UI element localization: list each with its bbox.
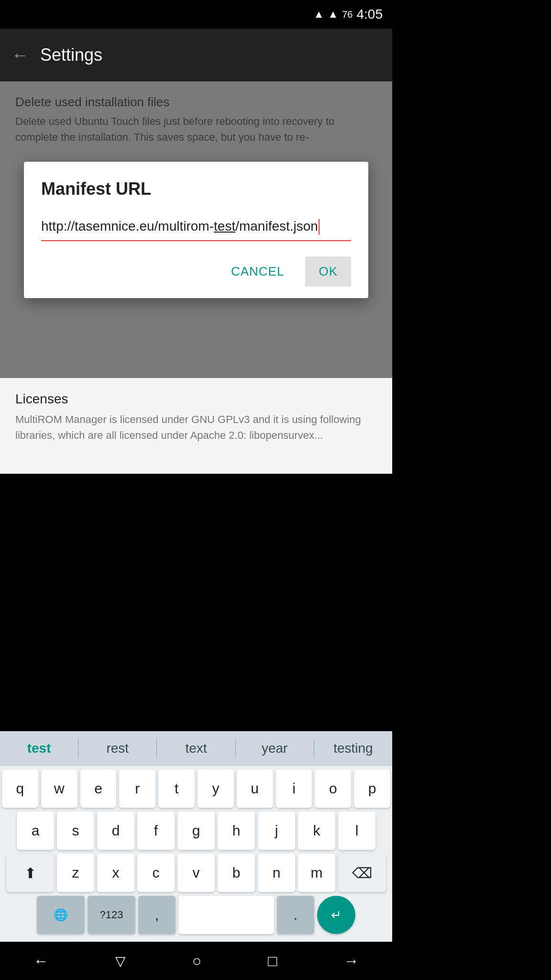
key-i[interactable]: i [276,769,312,808]
spacebar-key[interactable] [178,896,274,934]
suggestion-testing[interactable]: testing [314,735,392,762]
input-text-part1: http://tasemnice.eu/multirom- [41,219,214,234]
key-h[interactable]: h [218,812,255,850]
suggestion-test[interactable]: test [0,735,78,762]
key-u[interactable]: u [237,769,273,808]
ok-button[interactable]: OK [305,256,351,287]
manifest-url-dialog: Manifest URL http://tasemnice.eu/multiro… [24,162,368,298]
suggestion-year[interactable]: year [236,735,314,762]
key-row-1: q w e r t y u i o p [2,769,390,808]
word-suggestions-bar: test rest text year testing [0,731,392,766]
signal-icon: ▲ [328,8,338,21]
key-x[interactable]: x [97,854,134,892]
period-key[interactable]: . [277,896,314,934]
key-y[interactable]: y [198,769,234,808]
key-f[interactable]: f [137,812,175,850]
status-icons: ▲ ▲ 76 4:05 [314,7,383,22]
licenses-title: Licenses [15,391,377,407]
key-q[interactable]: q [2,769,38,808]
dialog-input-container: http://tasemnice.eu/multirom-test/manife… [41,212,351,241]
input-text-underline: test [214,219,235,234]
emoji-key[interactable]: 🌐 [37,896,85,934]
dialog-overlay: Manifest URL http://tasemnice.eu/multiro… [0,81,392,378]
backspace-key[interactable]: ⌫ [338,854,386,892]
licenses-description: MultiROM Manager is licensed under GNU G… [15,412,377,443]
key-row-4: 🌐 ?123 , . ↵ [2,896,390,934]
wifi-icon: ▲ [314,8,324,21]
key-s[interactable]: s [57,812,94,850]
key-k[interactable]: k [298,812,335,850]
shift-key[interactable]: ⬆ [6,854,54,892]
key-r[interactable]: r [119,769,155,808]
licenses-section: Licenses MultiROM Manager is licensed un… [0,378,392,474]
status-bar: ▲ ▲ 76 4:05 [0,0,392,29]
input-text-part2: /manifest.json [235,219,318,234]
keyboard: q w e r t y u i o p a s d f g h j k l ⬆ … [0,766,392,942]
key-z[interactable]: z [57,854,94,892]
numbers-key[interactable]: ?123 [88,896,135,934]
page-title: Settings [40,45,102,65]
back-button[interactable]: ← [11,45,29,65]
key-row-2: a s d f g h j k l [2,812,390,850]
key-n[interactable]: n [258,854,295,892]
key-t[interactable]: t [158,769,195,808]
text-cursor [319,219,320,234]
cancel-button[interactable]: CANCEL [218,256,298,287]
dialog-input-display[interactable]: http://tasemnice.eu/multirom-test/manife… [41,212,351,240]
status-time: 4:05 [357,7,383,22]
key-w[interactable]: w [41,769,77,808]
key-row-3: ⬆ z x c v b n m ⌫ [2,854,390,892]
nav-forward-button[interactable]: → [343,952,359,970]
key-a[interactable]: a [17,812,54,850]
settings-background: Delete used installation files Delete us… [0,81,392,378]
nav-recents-button[interactable]: □ [268,952,277,970]
key-c[interactable]: c [137,854,175,892]
nav-menu-button[interactable]: ▽ [115,953,126,969]
bottom-navigation: ← ▽ ○ □ → [0,942,392,980]
key-v[interactable]: v [177,854,215,892]
key-j[interactable]: j [258,812,295,850]
key-d[interactable]: d [97,812,134,850]
comma-key[interactable]: , [138,896,176,934]
enter-key[interactable]: ↵ [317,896,355,934]
nav-back-button[interactable]: ← [33,952,49,970]
key-p[interactable]: p [354,769,390,808]
app-header: ← Settings [0,29,392,81]
keyboard-area: test rest text year testing q w e r t y … [0,731,392,942]
key-m[interactable]: m [298,854,335,892]
dialog-title: Manifest URL [41,179,351,199]
battery-icon: 76 [342,9,353,20]
suggestion-text[interactable]: text [157,735,235,762]
key-e[interactable]: e [80,769,117,808]
nav-home-button[interactable]: ○ [192,952,201,970]
suggestion-rest[interactable]: rest [78,735,156,762]
key-l[interactable]: l [338,812,375,850]
key-g[interactable]: g [177,812,215,850]
dialog-buttons: CANCEL OK [41,256,351,287]
key-o[interactable]: o [315,769,351,808]
key-b[interactable]: b [218,854,255,892]
